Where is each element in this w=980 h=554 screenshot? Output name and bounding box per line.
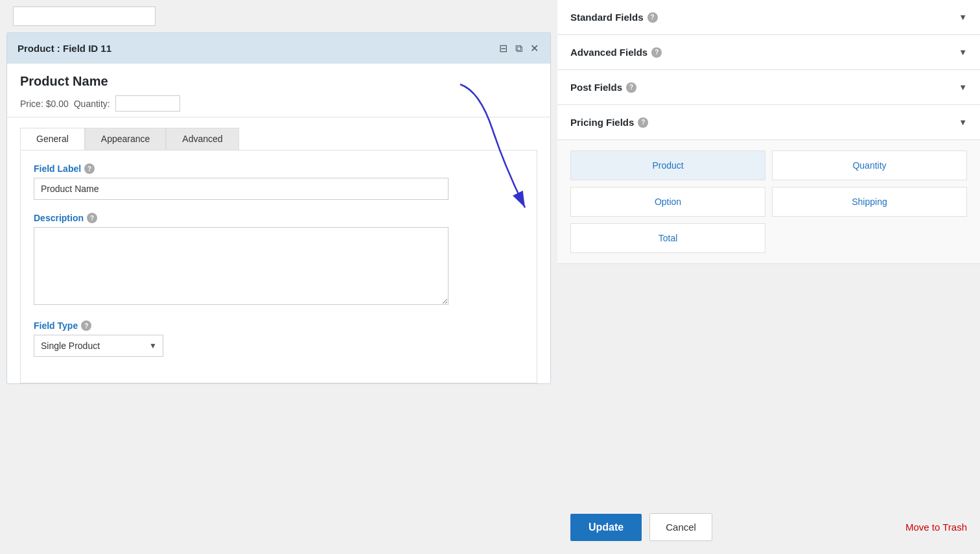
pricing-grid: Product Quantity Option Shipping Total	[557, 140, 980, 263]
pricing-item-option[interactable]: Option	[570, 187, 765, 217]
tab-advanced[interactable]: Advanced	[166, 128, 239, 150]
copy-icon: ⧉	[515, 43, 522, 54]
standard-fields-header[interactable]: Standard Fields ? ▼	[557, 0, 980, 34]
quantity-input[interactable]	[115, 95, 180, 112]
advanced-fields-help-icon[interactable]: ?	[651, 47, 662, 58]
minimize-icon: ⊟	[499, 43, 508, 54]
advanced-fields-chevron-down-icon: ▼	[959, 47, 967, 57]
post-fields-title: Post Fields ?	[570, 82, 636, 93]
field-type-label: Field Type ?	[34, 320, 524, 331]
standard-fields-chevron-down-icon: ▼	[959, 12, 967, 22]
post-fields-section: Post Fields ? ▼	[557, 70, 980, 105]
pricing-fields-title: Pricing Fields ?	[570, 117, 648, 128]
field-editor-header: Product : Field ID 11 ⊟ ⧉ ✕	[7, 33, 550, 64]
description-textarea[interactable]	[34, 227, 449, 305]
standard-fields-title: Standard Fields ?	[570, 12, 658, 23]
standard-fields-help-icon[interactable]: ?	[648, 12, 658, 23]
top-input-bar	[0, 0, 557, 32]
top-search-input[interactable]	[13, 6, 156, 26]
description-group: Description ?	[34, 213, 524, 307]
pricing-item-product[interactable]: Product	[570, 151, 765, 180]
pricing-fields-header[interactable]: Pricing Fields ? ▼	[557, 105, 980, 139]
cancel-button[interactable]: Cancel	[649, 513, 712, 541]
pricing-fields-chevron-down-icon: ▼	[959, 117, 967, 127]
quantity-label: Quantity:	[74, 99, 110, 109]
tab-general[interactable]: General	[20, 128, 85, 150]
pricing-expanded: Product Quantity Option Shipping Total	[557, 139, 980, 263]
right-panel: Standard Fields ? ▼ Advanced Fields ? ▼ …	[557, 0, 980, 554]
field-type-select-wrap: Single Product Dropdown Radio Checkbox ▼	[34, 335, 163, 357]
advanced-fields-header[interactable]: Advanced Fields ? ▼	[557, 35, 980, 69]
close-button[interactable]: ✕	[529, 41, 540, 56]
pricing-item-quantity[interactable]: Quantity	[772, 151, 967, 180]
product-preview: Product Name Price: $0.00 Quantity:	[7, 64, 550, 117]
pricing-fields-help-icon[interactable]: ?	[638, 117, 648, 128]
tabs-row: General Appearance Advanced	[7, 117, 550, 150]
pricing-fields-section: Pricing Fields ? ▼ Product Quantity Opti…	[557, 105, 980, 264]
tab-appearance[interactable]: Appearance	[85, 128, 167, 150]
pricing-item-shipping[interactable]: Shipping	[772, 187, 967, 217]
post-fields-header[interactable]: Post Fields ? ▼	[557, 70, 980, 104]
bottom-actions: Update Cancel Move to Trash	[557, 500, 980, 554]
field-editor-card: Product : Field ID 11 ⊟ ⧉ ✕ Product Name…	[6, 32, 551, 384]
minimize-button[interactable]: ⊟	[498, 41, 509, 56]
price-label: Price: $0.00	[20, 99, 69, 109]
field-editor-title: Product : Field ID 11	[18, 43, 111, 54]
standard-fields-section: Standard Fields ? ▼	[557, 0, 980, 35]
post-fields-chevron-down-icon: ▼	[959, 82, 967, 92]
post-fields-help-icon[interactable]: ?	[626, 82, 636, 93]
description-label: Description ?	[34, 213, 524, 223]
field-label-input[interactable]	[34, 178, 449, 200]
field-type-group: Field Type ? Single Product Dropdown Rad…	[34, 320, 524, 357]
advanced-fields-title: Advanced Fields ?	[570, 47, 662, 58]
product-price-row: Price: $0.00 Quantity:	[20, 95, 537, 112]
left-panel: Product : Field ID 11 ⊟ ⧉ ✕ Product Name…	[0, 0, 557, 554]
close-icon: ✕	[530, 43, 539, 54]
field-type-select[interactable]: Single Product Dropdown Radio Checkbox	[34, 335, 163, 357]
advanced-fields-section: Advanced Fields ? ▼	[557, 35, 980, 70]
pricing-item-total[interactable]: Total	[570, 223, 765, 253]
field-label-label: Field Label ?	[34, 163, 524, 174]
field-label-help-icon[interactable]: ?	[84, 163, 95, 174]
field-type-help-icon[interactable]: ?	[81, 320, 91, 331]
description-help-icon[interactable]: ?	[87, 213, 97, 223]
move-to-trash-button[interactable]: Move to Trash	[905, 522, 967, 533]
product-name-display: Product Name	[20, 74, 537, 89]
field-label-group: Field Label ?	[34, 163, 524, 200]
update-button[interactable]: Update	[570, 514, 642, 541]
copy-button[interactable]: ⧉	[514, 42, 524, 56]
form-content: Field Label ? Description ? Field Type ?	[20, 150, 537, 383]
field-editor-actions: ⊟ ⧉ ✕	[498, 41, 540, 56]
